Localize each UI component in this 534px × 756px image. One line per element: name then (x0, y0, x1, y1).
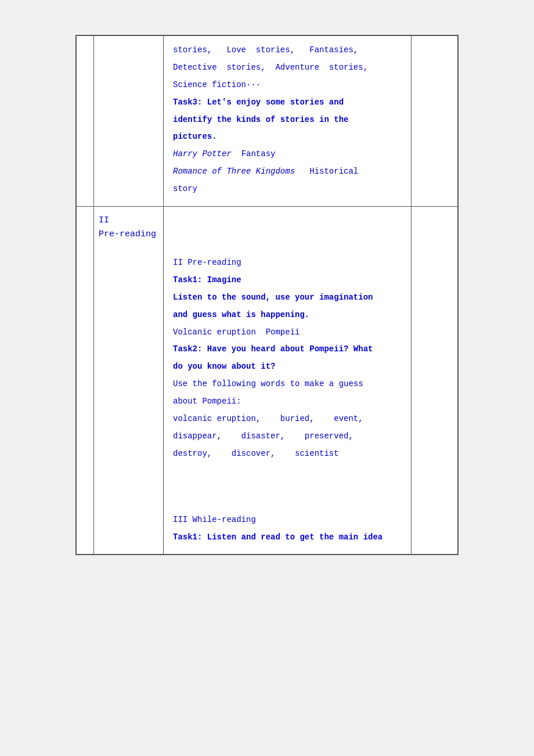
line-stories-types: stories, Love stories, Fantasies, (173, 43, 402, 58)
top-section-content: stories, Love stories, Fantasies, Detect… (164, 36, 412, 207)
section-ii-content-block: II Pre-reading Task1: Imagine Listen to … (173, 255, 402, 462)
line-task3-1: Task3: Let's enjoy some stories and (173, 95, 402, 110)
section-iii-left (77, 506, 94, 555)
romance-title: Romance of Three Kingdoms (173, 167, 295, 176)
gap-left (77, 207, 94, 249)
section-ii-right (412, 249, 458, 471)
section-ii-label-empty (94, 249, 164, 471)
line-task2-know: do you know about it? (173, 359, 402, 375)
line-words-2: disappear, disaster, preserved, (173, 429, 402, 444)
section-ii-label: II Pre-reading (99, 214, 158, 242)
section-iii-content-block: III While-reading Task1: Listen and read… (173, 513, 402, 545)
section-ii-label-cell: II Pre-reading (94, 207, 164, 249)
section-iii-content: III While-reading Task1: Listen and read… (164, 506, 412, 555)
line-story: story (173, 182, 402, 197)
spacer-content (164, 471, 412, 506)
line-listen-sound: Listen to the sound, use your imaginatio… (173, 290, 402, 305)
line-task1-listen-read: Task1: Listen and read to get the main i… (173, 530, 402, 545)
spacer-right (412, 471, 458, 506)
section-ii-content: II Pre-reading Task1: Imagine Listen to … (164, 249, 412, 471)
section-iii-label (94, 506, 164, 555)
line-words-1: volcanic eruption, buried, event, (173, 412, 402, 427)
line-sci-fi: Science fiction··· (173, 78, 402, 93)
line-guess-happening: and guess what is happening. (173, 308, 402, 323)
gap-content (164, 207, 412, 249)
gap-right (412, 207, 458, 249)
line-words-3: destroy, discover, scientist (173, 447, 402, 462)
page-container: stories, Love stories, Fantasies, Detect… (75, 35, 459, 555)
line-ii-prereading-header: II Pre-reading (173, 255, 402, 271)
line-use-following: Use the following words to make a guess (173, 377, 402, 392)
line-task3-3: pictures. (173, 129, 402, 145)
line-about-pompeii: about Pompeii: (173, 394, 402, 409)
section-iii-row: III While-reading Task1: Listen and read… (77, 506, 458, 555)
line-detective: Detective stories, Adventure stories, (173, 60, 402, 75)
top-section-row: stories, Love stories, Fantasies, Detect… (77, 36, 458, 207)
line-task2-heard: Task2: Have you heard about Pompeii? Wha… (173, 342, 402, 357)
section-ii-row: II Pre-reading Task1: Imagine Listen to … (77, 249, 458, 471)
spacer-label (94, 471, 164, 506)
line-harry-potter: Harry Potter Fantasy (173, 147, 402, 162)
section-ii-number: II (99, 214, 158, 228)
top-content-block: stories, Love stories, Fantasies, Detect… (173, 43, 402, 197)
gap-row: II Pre-reading (77, 207, 458, 249)
section-ii-name: Pre-reading (99, 228, 158, 242)
line-task1-imagine: Task1: Imagine (173, 273, 402, 288)
left-margin-top (77, 36, 94, 207)
section-iii-right (412, 506, 458, 555)
harry-potter-title: Harry Potter (173, 149, 232, 159)
right-margin-top (412, 36, 458, 207)
line-task3-2: identify the kinds of stories in the (173, 113, 402, 128)
spacer-row (77, 471, 458, 506)
line-romance-kingdoms: Romance of Three Kingdoms Historical (173, 164, 402, 179)
section-ii-left (77, 249, 94, 471)
line-iii-while-reading: III While-reading (173, 513, 402, 528)
top-section-label (94, 36, 164, 207)
spacer-left (77, 471, 94, 506)
line-volcanic-pompeii: Volcanic eruption Pompeii (173, 325, 402, 340)
